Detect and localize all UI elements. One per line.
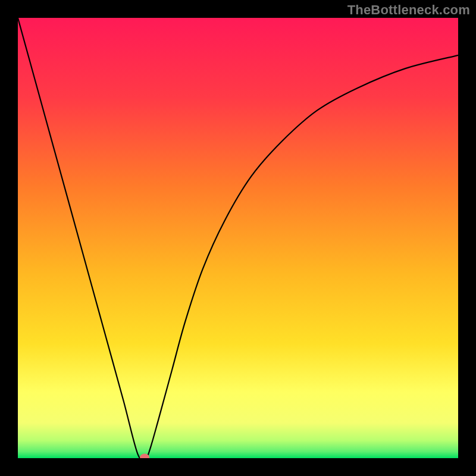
watermark-text: TheBottleneck.com: [347, 2, 470, 18]
plot-area: [18, 18, 458, 458]
chart-svg: [18, 18, 458, 458]
gradient-background: [18, 18, 458, 458]
frame: TheBottleneck.com: [0, 0, 476, 476]
